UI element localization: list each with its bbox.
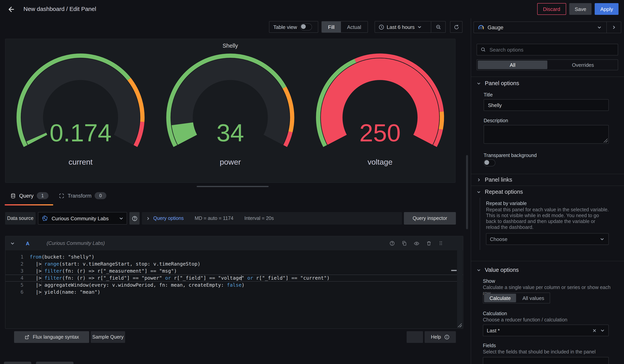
collapse-chevron-icon[interactable]: [10, 241, 15, 246]
collapse-pane-chevron-icon[interactable]: [607, 25, 621, 30]
svg-text:0.174: 0.174: [50, 119, 111, 147]
duplicate-query-icon[interactable]: [402, 240, 407, 246]
datasource-help-button[interactable]: [130, 212, 140, 225]
calculate-option[interactable]: Calculate: [484, 294, 516, 302]
editor-resize-grip[interactable]: [458, 323, 462, 327]
time-range-label[interactable]: Last 6 hours: [387, 24, 415, 30]
flux-syntax-button[interactable]: Flux language syntax: [14, 331, 89, 343]
query-header[interactable]: A (Curious Community Labs): [5, 236, 463, 250]
query-datasource-hint: (Curious Community Labs): [47, 241, 105, 246]
repeat-group-indent: [480, 198, 480, 250]
header-actions: Discard Save Apply: [537, 3, 619, 15]
datasource-select[interactable]: Curious Community Labs: [38, 212, 127, 225]
all-values-option[interactable]: All values: [517, 293, 549, 303]
show-label: Show: [483, 278, 495, 284]
editor-tabs: Query 1 Transform 0: [0, 191, 463, 207]
calculate-allvalues-segmented: Calculate All values: [483, 293, 550, 303]
query-ref: A: [26, 240, 29, 246]
svg-text:current: current: [68, 158, 92, 166]
chevron-down-icon: [600, 328, 605, 333]
query-help-icon[interactable]: [390, 240, 395, 246]
clock-icon: [378, 24, 384, 30]
tab-query[interactable]: Query 1: [10, 192, 49, 199]
chevron-down-icon[interactable]: [417, 25, 422, 29]
datasource-name: Curious Community Labs: [52, 215, 109, 221]
help-button[interactable]: Help: [425, 331, 456, 343]
tab-transform-label: Transform: [68, 193, 91, 199]
code-line-3[interactable]: 3 |> filter(fn: (r) => r["_measurement"]…: [5, 268, 463, 274]
query-actions: [390, 240, 443, 246]
add-query-button-cut[interactable]: [4, 362, 31, 364]
tab-transform[interactable]: Transform 0: [59, 192, 106, 199]
code-line-5[interactable]: 5 |> aggregateWindow(every: v.windowPeri…: [5, 282, 463, 289]
chevron-down-icon: [600, 237, 604, 241]
apply-button[interactable]: Apply: [595, 3, 619, 15]
description-field[interactable]: [484, 125, 609, 144]
tab-overrides[interactable]: Overrides: [548, 60, 618, 70]
discard-button[interactable]: Discard: [537, 3, 566, 15]
tab-query-label: Query: [19, 193, 34, 199]
title-field[interactable]: [484, 99, 609, 111]
calculation-select[interactable]: Last *: [483, 324, 609, 336]
refresh-button[interactable]: [450, 21, 463, 33]
table-view-toggle[interactable]: [300, 23, 312, 30]
svg-text:250: 250: [360, 119, 401, 147]
repeat-by-variable-label: Repeat by variable: [486, 201, 527, 206]
grafana-edit-panel: New dashboard / Edit Panel Discard Save …: [0, 0, 624, 364]
repeat-help-text: Repeat this panel for each value in the …: [486, 207, 610, 230]
code-line-4[interactable]: 4 |> filter(fn: (r) => r["_field"] == "p…: [5, 274, 463, 282]
gauge-viz-icon: [478, 24, 484, 31]
options-search[interactable]: [477, 44, 618, 55]
query-card: A (Curious Community Labs) 1from(bucket:…: [5, 236, 463, 329]
flux-code-editor[interactable]: 1from(bucket: "shelly")2 |> range(start:…: [5, 250, 463, 328]
transparent-bg-toggle[interactable]: [484, 159, 495, 166]
sample-query-button[interactable]: Sample Query: [91, 331, 125, 343]
code-line-1[interactable]: 1from(bucket: "shelly"): [5, 253, 463, 260]
calculation-desc: Choose a reducer function / calculation: [483, 317, 612, 323]
repeat-options-header[interactable]: Repeat options: [477, 189, 523, 195]
blank-button[interactable]: [407, 331, 423, 343]
fill-option[interactable]: Fill: [322, 22, 341, 32]
all-overrides-tabs: All Overrides: [477, 59, 618, 70]
active-tab-indicator: [5, 204, 53, 205]
fields-select-cut[interactable]: [483, 357, 609, 364]
value-options-header[interactable]: Value options: [477, 267, 519, 273]
repeat-variable-select[interactable]: Choose: [486, 233, 609, 245]
main-scrollbar[interactable]: [466, 155, 468, 229]
zoom-out-icon[interactable]: [431, 24, 445, 30]
code-line-2[interactable]: 2 |> range(start: v.timeRangeStart, stop…: [5, 260, 463, 268]
actual-option[interactable]: Actual: [341, 22, 367, 32]
back-button[interactable]: [6, 4, 16, 14]
search-icon: [481, 47, 486, 52]
panel-resize-handle[interactable]: [197, 186, 269, 187]
panel-links-heading: Panel links: [485, 177, 512, 183]
chevron-down-icon: [119, 216, 124, 221]
panel-links-header[interactable]: Panel links: [477, 177, 512, 183]
query-options-strip: Query options MD = auto = 1174 Interval …: [142, 212, 402, 225]
hide-query-icon[interactable]: [414, 240, 419, 246]
save-button[interactable]: Save: [569, 3, 592, 15]
fields-desc: Select the fields that should be include…: [483, 349, 612, 355]
options-search-input[interactable]: [489, 46, 608, 53]
clear-icon[interactable]: [592, 328, 597, 333]
delete-query-icon[interactable]: [426, 240, 432, 246]
options-pane: Gauge All Overrides Panel options: [471, 18, 624, 364]
panel-options-header[interactable]: Panel options: [477, 80, 519, 86]
editor-scroll-gutter[interactable]: [457, 250, 463, 328]
database-icon: [10, 193, 16, 199]
textarea-resize-grip[interactable]: [604, 139, 608, 142]
drag-handle-icon[interactable]: [438, 240, 443, 246]
tab-all[interactable]: All: [478, 61, 547, 69]
gauge-panel[interactable]: Shelly 0.174current34power250voltage: [5, 39, 455, 183]
title-input[interactable]: [487, 102, 600, 108]
code-line-6[interactable]: 6 |> yield(name: "mean"): [5, 289, 463, 296]
query-inspector-button[interactable]: Query inspector: [404, 212, 456, 225]
top-header: New dashboard / Edit Panel Discard Save …: [0, 0, 624, 18]
svg-text:power: power: [220, 158, 241, 166]
visualization-select[interactable]: Gauge: [473, 22, 621, 33]
fill-actual-segmented: Fill Actual: [321, 21, 368, 33]
gauge-current: 0.174current: [7, 51, 154, 168]
expression-button-cut[interactable]: [36, 362, 74, 364]
query-options-link[interactable]: Query options: [153, 216, 184, 221]
chevron-right-icon[interactable]: [146, 216, 150, 221]
